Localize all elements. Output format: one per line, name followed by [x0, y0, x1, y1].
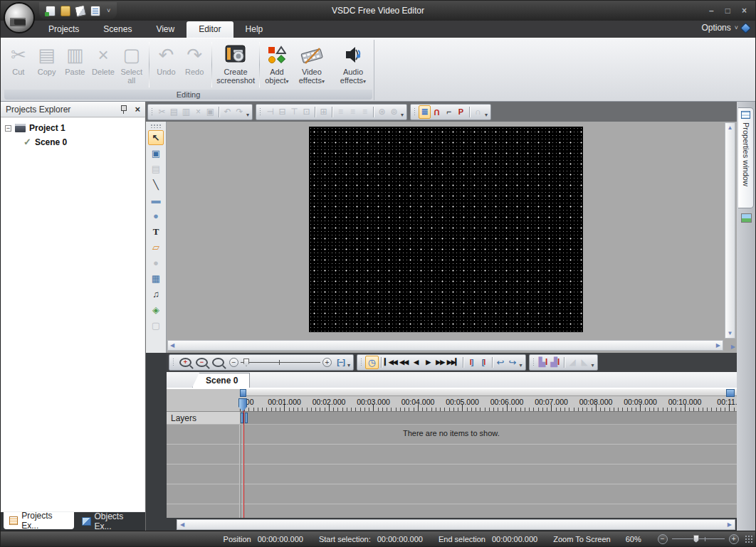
- timeline-ruler[interactable]: 00000:01.00000:02.00000:03.00000:04.0000…: [240, 389, 737, 412]
- next-scene-button[interactable]: ▶▶: [434, 356, 446, 368]
- zoom-out-button[interactable]: −: [658, 534, 668, 544]
- previous-scene-button[interactable]: ◀◀: [398, 356, 410, 368]
- minimize-button[interactable]: –: [709, 6, 714, 16]
- arrange-grid-icon[interactable]: ≡: [359, 106, 371, 118]
- resize-grip-icon[interactable]: [745, 535, 752, 543]
- toolbar-grip[interactable]: [151, 107, 154, 117]
- add-object-button[interactable]: Add object▾: [263, 40, 291, 90]
- zoom-in-icon[interactable]: +: [179, 358, 191, 367]
- scene-canvas-area[interactable]: ▲ ▼ ◀ ▶ ▶: [167, 122, 737, 353]
- cut-icon[interactable]: ✂: [156, 106, 168, 118]
- zoom-mode-label[interactable]: Zoom To Screen: [553, 535, 611, 543]
- preview-quality-button[interactable]: ◷: [365, 356, 379, 369]
- play-button[interactable]: ▶: [422, 356, 434, 368]
- tooltip-tool[interactable]: ▱: [148, 240, 164, 255]
- timeline-scrollbar[interactable]: ◀ ▶: [167, 518, 737, 531]
- audio-tool[interactable]: ♫: [148, 287, 164, 302]
- animation-tool[interactable]: ▢: [148, 318, 164, 333]
- canvas-horizontal-scrollbar[interactable]: ◀ ▶: [167, 340, 723, 351]
- fade-in-icon[interactable]: ◢: [567, 356, 579, 368]
- scene-label[interactable]: Scene 0: [35, 137, 67, 147]
- menu-tab-projects[interactable]: Projects: [36, 21, 91, 38]
- canvas-vertical-scrollbar[interactable]: ▲ ▼: [725, 122, 735, 339]
- tab-objects-explorer[interactable]: Objects Ex...: [76, 512, 145, 531]
- pin-icon[interactable]: [120, 105, 127, 114]
- menu-tab-editor[interactable]: Editor: [187, 21, 233, 38]
- properties-window-tab[interactable]: Properties window: [738, 107, 754, 208]
- zoom-in-button[interactable]: +: [729, 534, 739, 544]
- timeline-tracks[interactable]: There are no items to show.: [167, 425, 737, 518]
- undo-icon[interactable]: ↶: [221, 106, 233, 118]
- toolbar-grip[interactable]: [150, 124, 162, 128]
- paste-icon[interactable]: ▥: [180, 106, 192, 118]
- split-at-cursor-icon[interactable]: ▙I: [537, 356, 550, 368]
- layers-track-header[interactable]: [240, 412, 737, 425]
- video-effects-button[interactable]: Video effects▾: [291, 40, 332, 90]
- show-grid-icon[interactable]: ≣: [419, 105, 431, 119]
- fit-selection-icon[interactable]: [−]: [335, 356, 347, 368]
- collapse-icon[interactable]: −: [5, 125, 11, 132]
- scroll-left-icon[interactable]: ◀: [170, 342, 174, 349]
- text-tool[interactable]: T: [148, 224, 164, 239]
- delete-icon[interactable]: ×: [192, 106, 204, 118]
- toolbar-grip[interactable]: [259, 107, 262, 117]
- snap-to-borders-icon[interactable]: ⌐: [443, 106, 455, 118]
- align-top-icon[interactable]: ⊤: [288, 106, 300, 118]
- copy-icon[interactable]: ▤: [168, 106, 180, 118]
- rectangle-tool[interactable]: ▬: [148, 193, 164, 208]
- scroll-down-icon[interactable]: ▼: [728, 330, 733, 336]
- zoom-100-icon[interactable]: [212, 358, 224, 367]
- scroll-right-icon[interactable]: ▶: [716, 342, 720, 349]
- toolbar-grip[interactable]: [414, 107, 416, 117]
- go-to-start-button[interactable]: ▎◀◀: [384, 356, 398, 368]
- status-zoom-slider[interactable]: − +: [658, 534, 739, 544]
- properties-icon[interactable]: ▣: [204, 106, 216, 118]
- toolbar-grip[interactable]: [532, 358, 535, 367]
- options-menu[interactable]: Options ˅: [701, 23, 750, 33]
- set-selection-end-icon[interactable]: [I: [478, 356, 490, 368]
- snap-to-objects-icon[interactable]: P: [455, 106, 467, 118]
- resources-window-icon[interactable]: [741, 213, 752, 223]
- zoom-out-icon[interactable]: −: [196, 358, 208, 367]
- help-diamond-icon[interactable]: [740, 22, 752, 33]
- project-label[interactable]: Project 1: [29, 123, 65, 133]
- redo-icon[interactable]: ↷: [233, 106, 246, 118]
- select-object-tool[interactable]: ▣: [148, 146, 164, 161]
- ellipse-tool[interactable]: ●: [148, 208, 164, 223]
- arrange-horizontal-icon[interactable]: ≡: [335, 106, 347, 118]
- scene-preview-canvas[interactable]: [309, 127, 583, 332]
- chart-tool[interactable]: ▦: [148, 271, 164, 286]
- arrange-vertical-icon[interactable]: ≡: [347, 106, 359, 118]
- tab-projects-explorer[interactable]: Projects Ex...: [4, 512, 74, 529]
- smooth-curve-icon[interactable]: ∩: [472, 106, 484, 118]
- scroll-right-icon[interactable]: ▶: [728, 521, 732, 528]
- audio-effects-button[interactable]: Audio effects▾: [332, 40, 374, 90]
- scene-tab[interactable]: Scene 0: [192, 373, 250, 388]
- menu-tab-view[interactable]: View: [144, 21, 187, 38]
- options-label[interactable]: Options: [701, 23, 730, 33]
- scroll-left-icon[interactable]: ◀: [180, 521, 184, 528]
- close-button[interactable]: ×: [742, 6, 747, 16]
- create-screenshot-button[interactable]: Create screenshot: [215, 40, 256, 90]
- zoom-slider-track[interactable]: [672, 534, 725, 543]
- toolbar-overflow-icon[interactable]: ▾: [520, 362, 523, 368]
- edit-object-tool[interactable]: ▤: [148, 161, 164, 176]
- toolbar-grip[interactable]: [172, 358, 175, 367]
- menu-tab-help[interactable]: Help: [233, 21, 275, 38]
- effects-wizard-icon[interactable]: ⊛: [376, 106, 388, 118]
- cursor-tool[interactable]: ↖: [148, 130, 164, 145]
- cut-out-fragment-icon[interactable]: ▟I: [550, 356, 562, 368]
- sprite-tool[interactable]: ●: [148, 255, 164, 270]
- tree-item-project[interactable]: − Project 1: [5, 123, 141, 133]
- toolbar-overflow-icon[interactable]: ▾: [347, 362, 350, 368]
- align-bottom-icon[interactable]: ⊟: [276, 106, 288, 118]
- close-icon[interactable]: ×: [135, 104, 140, 115]
- nav-forward-icon[interactable]: ↪: [507, 356, 519, 368]
- toolbar-grip[interactable]: [360, 358, 363, 367]
- menu-tab-scenes[interactable]: Scenes: [91, 21, 144, 38]
- align-right-icon[interactable]: ⊡: [300, 106, 313, 118]
- zoom-slider-thumb[interactable]: [693, 535, 699, 543]
- toolbar-overflow-icon[interactable]: ▾: [592, 362, 594, 368]
- go-to-end-button[interactable]: ▶▶▎: [446, 356, 461, 368]
- app-logo-icon[interactable]: [4, 2, 35, 33]
